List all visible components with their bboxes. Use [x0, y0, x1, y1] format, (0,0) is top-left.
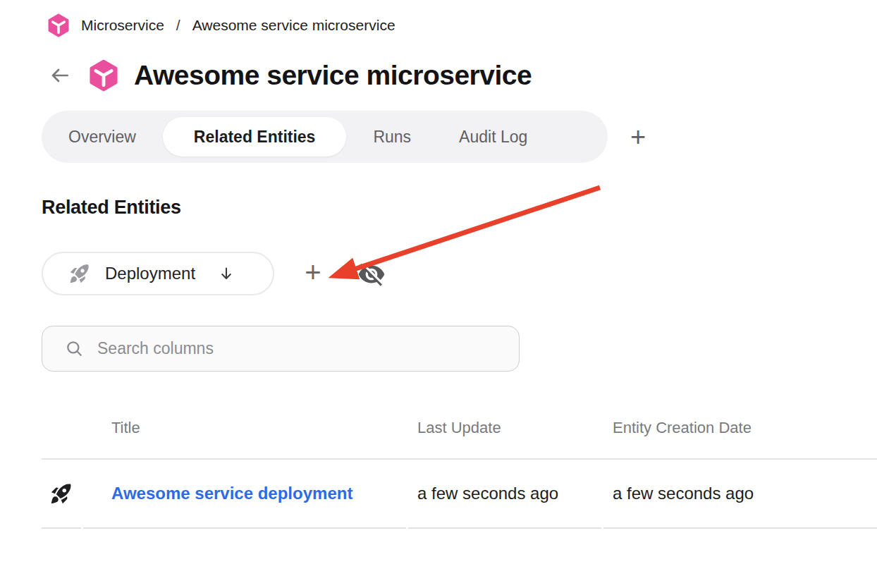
- tab-audit-log[interactable]: Audit Log: [438, 117, 548, 157]
- blueprint-selector-dropdown[interactable]: Deployment: [42, 252, 274, 295]
- page-title: Awesome service microservice: [134, 60, 532, 91]
- column-header-entity-creation-date[interactable]: Entity Creation Date: [603, 419, 877, 437]
- row-title-cell: Awesome service deployment: [83, 460, 406, 529]
- breadcrumb-separator: /: [175, 17, 182, 34]
- blueprint-selector-label: Deployment: [105, 264, 195, 283]
- search-columns-box: [42, 326, 520, 372]
- related-entities-table: Title Last Update Entity Creation Date A…: [42, 398, 877, 529]
- row-last-update-cell: a few seconds ago: [408, 460, 601, 529]
- hide-columns-button[interactable]: [356, 259, 387, 290]
- back-arrow-icon: [49, 64, 71, 87]
- section-title: Related Entities: [42, 197, 181, 219]
- creation-date-value: a few seconds ago: [613, 484, 754, 503]
- row-icon-cell: [42, 460, 81, 529]
- eye-off-icon: [357, 260, 386, 288]
- entity-page: Microservice / Awesome service microserv…: [0, 0, 877, 588]
- tab-related-entities[interactable]: Related Entities: [163, 117, 347, 157]
- add-related-entity-button[interactable]: +: [297, 256, 329, 288]
- search-columns-input[interactable]: [97, 339, 505, 358]
- blueprint-cube-icon: [47, 13, 70, 37]
- breadcrumb-entity[interactable]: Awesome service microservice: [192, 17, 395, 34]
- tab-bar: Overview Related Entities Runs Audit Log: [42, 111, 608, 163]
- search-icon: [65, 339, 84, 358]
- tab-runs[interactable]: Runs: [352, 117, 432, 157]
- title-bar: Awesome service microservice: [47, 55, 532, 96]
- entity-link[interactable]: Awesome service deployment: [111, 484, 352, 503]
- rocket-icon: [49, 482, 73, 506]
- column-header-last-update[interactable]: Last Update: [408, 419, 601, 437]
- table-row: Awesome service deployment a few seconds…: [42, 460, 877, 529]
- rocket-icon: [68, 262, 91, 285]
- add-tab-button[interactable]: +: [623, 121, 654, 152]
- breadcrumb: Microservice / Awesome service microserv…: [47, 13, 395, 37]
- column-header-title[interactable]: Title: [83, 419, 406, 437]
- chevron-down-icon: [218, 265, 235, 282]
- entity-cube-icon: [87, 59, 120, 92]
- breadcrumb-blueprint[interactable]: Microservice: [81, 17, 164, 34]
- row-creation-date-cell: a few seconds ago: [603, 460, 877, 529]
- last-update-value: a few seconds ago: [417, 484, 558, 503]
- table-header-row: Title Last Update Entity Creation Date: [42, 398, 877, 460]
- back-button[interactable]: [47, 62, 73, 89]
- tab-overview[interactable]: Overview: [47, 117, 157, 157]
